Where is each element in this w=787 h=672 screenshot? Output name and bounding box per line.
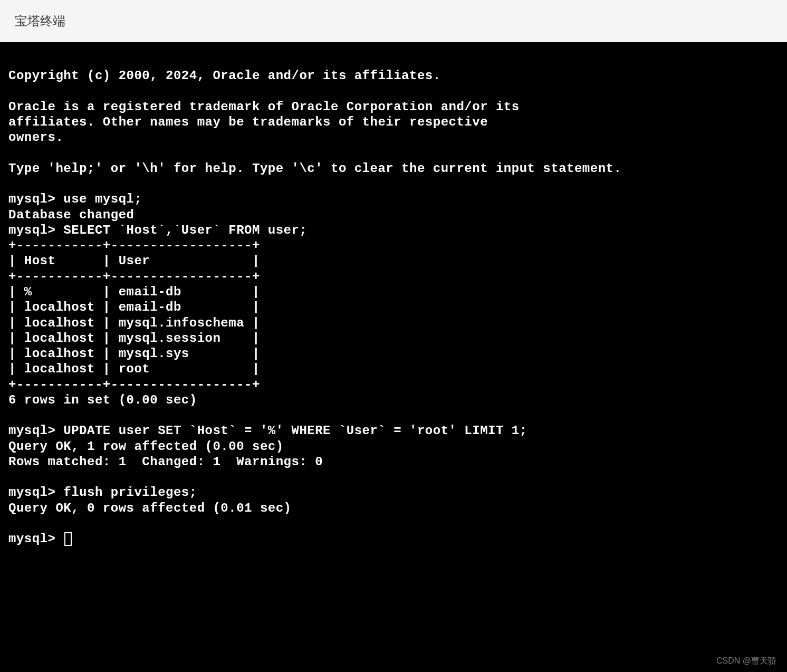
terminal-header: 宝塔终端 (0, 0, 787, 42)
terminal-output: Copyright (c) 2000, 2024, Oracle and/or … (8, 69, 621, 546)
terminal-cursor (64, 532, 72, 546)
terminal-title: 宝塔终端 (15, 13, 65, 30)
watermark: CSDN @曹天骄 (716, 656, 776, 667)
terminal-body[interactable]: Copyright (c) 2000, 2024, Oracle and/or … (0, 42, 787, 558)
